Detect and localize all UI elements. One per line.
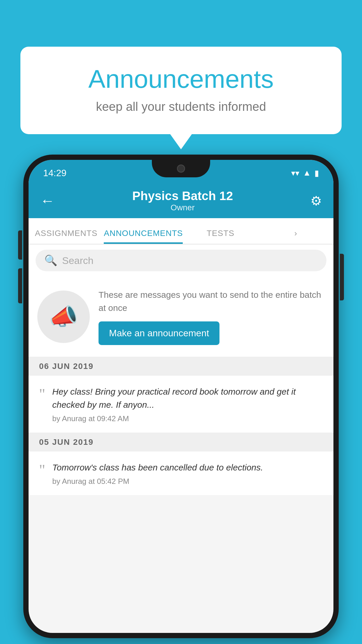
make-announcement-button[interactable]: Make an announcement — [99, 321, 219, 345]
header-subtitle: Owner — [132, 203, 233, 212]
speech-bubble: Announcements keep all your students inf… — [20, 47, 342, 134]
promo-text: These are messages you want to send to t… — [99, 288, 325, 314]
tab-announcements[interactable]: ANNOUNCEMENTS — [104, 229, 183, 244]
battery-icon: ▮ — [314, 168, 319, 178]
power-button — [340, 254, 344, 300]
volume-button — [18, 268, 22, 303]
date-separator-1: 06 JUN 2019 — [29, 357, 333, 376]
tabs-bar: ASSIGNMENTS ANNOUNCEMENTS TESTS › — [29, 218, 333, 244]
notch — [152, 160, 210, 177]
announcement-content-2: Tomorrow's class has been cancelled due … — [52, 461, 323, 486]
header-title: Physics Batch 12 — [132, 189, 233, 203]
announcement-item-1: " Hey class! Bring your practical record… — [29, 376, 333, 433]
tab-more[interactable]: › — [258, 229, 333, 244]
screen-content: ← Physics Batch 12 Owner ⚙ ASSIGNMENTS A… — [29, 183, 333, 633]
phone-screen: 14:29 ▾▾ ▲ ▮ ← Physics Batch 12 Owner ⚙ — [29, 160, 333, 633]
date-separator-2: 05 JUN 2019 — [29, 433, 333, 452]
header-center: Physics Batch 12 Owner — [132, 189, 233, 212]
quote-icon-2: " — [39, 463, 45, 478]
announcement-item-2: " Tomorrow's class has been cancelled du… — [29, 452, 333, 496]
promo-content: These are messages you want to send to t… — [99, 288, 325, 345]
megaphone-icon: 📣 — [49, 303, 78, 330]
settings-button[interactable]: ⚙ — [310, 193, 322, 208]
tab-assignments[interactable]: ASSIGNMENTS — [29, 229, 104, 244]
app-header: ← Physics Batch 12 Owner ⚙ — [29, 183, 333, 218]
wifi-icon: ▾▾ — [291, 168, 299, 178]
status-time: 14:29 — [43, 168, 66, 178]
phone-wrapper: 14:29 ▾▾ ▲ ▮ ← Physics Batch 12 Owner ⚙ — [23, 155, 339, 638]
phone-outer: 14:29 ▾▾ ▲ ▮ ← Physics Batch 12 Owner ⚙ — [23, 155, 339, 638]
search-placeholder: Search — [62, 255, 94, 266]
announcement-text-2: Tomorrow's class has been cancelled due … — [52, 461, 323, 474]
search-icon: 🔍 — [44, 254, 57, 267]
speech-bubble-container: Announcements keep all your students inf… — [20, 47, 342, 134]
announcement-meta-2: by Anurag at 05:42 PM — [52, 477, 323, 486]
search-bar: 🔍 Search — [29, 244, 333, 276]
announcement-meta-1: by Anurag at 09:42 AM — [52, 414, 323, 423]
search-input-wrapper[interactable]: 🔍 Search — [36, 250, 326, 271]
announcement-text-1: Hey class! Bring your practical record b… — [52, 385, 323, 411]
promo-icon-circle: 📣 — [37, 290, 90, 343]
announcement-promo: 📣 These are messages you want to send to… — [29, 276, 333, 357]
status-icons: ▾▾ ▲ ▮ — [291, 168, 319, 178]
tab-tests[interactable]: TESTS — [183, 229, 258, 244]
back-button[interactable]: ← — [40, 192, 55, 209]
quote-icon-1: " — [39, 387, 45, 402]
bubble-subtitle: keep all your students informed — [44, 100, 318, 114]
announcement-content-1: Hey class! Bring your practical record b… — [52, 385, 323, 423]
camera — [177, 164, 185, 173]
bubble-title: Announcements — [44, 64, 318, 94]
signal-icon: ▲ — [303, 168, 311, 178]
